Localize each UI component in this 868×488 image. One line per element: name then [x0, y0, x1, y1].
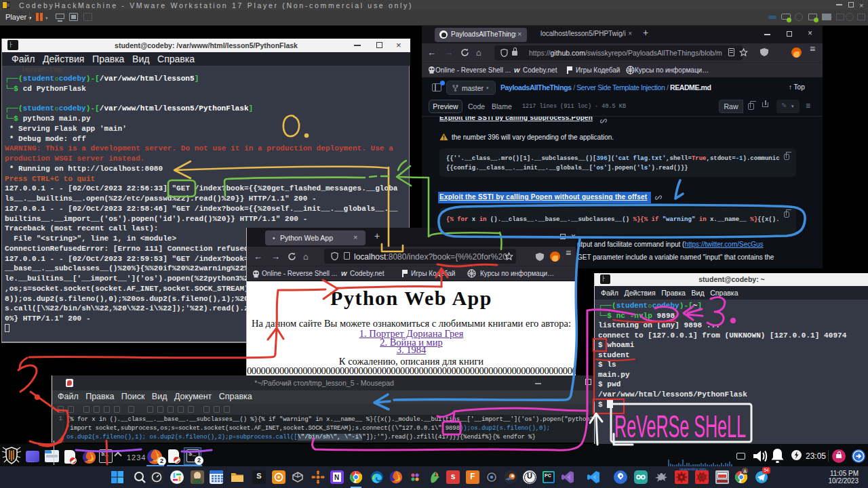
svg-text:ReVeRSe SHeLL: ReVeRSe SHeLL	[614, 409, 746, 444]
svg-text:neverending story...: neverending story...	[679, 467, 709, 471]
